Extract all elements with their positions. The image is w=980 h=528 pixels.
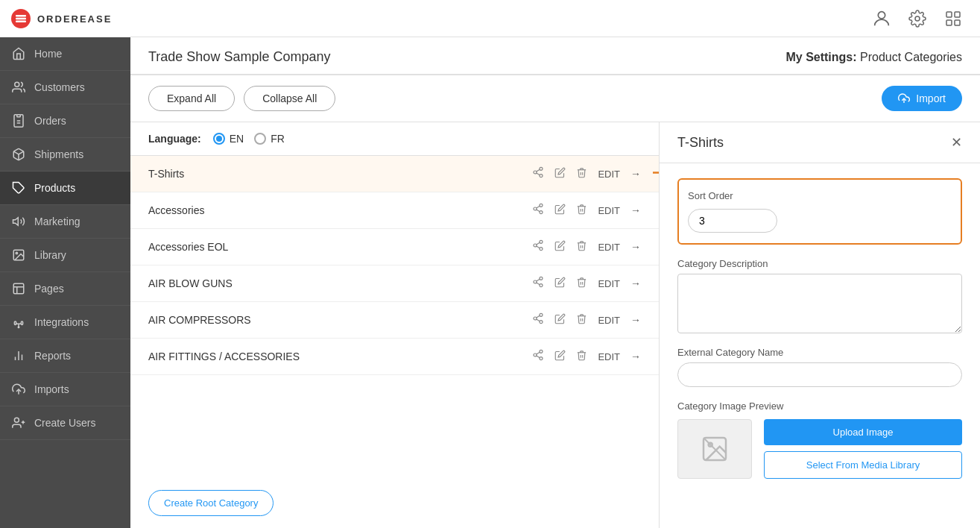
table-row[interactable]: Accessories EDIT →: [130, 192, 659, 229]
category-name: AIR FITTINGS / ACCESSORIES: [148, 351, 532, 362]
edit-pencil-icon[interactable]: [554, 240, 566, 254]
share-icon[interactable]: [532, 349, 544, 364]
svg-point-44: [540, 248, 543, 251]
radio-fr[interactable]: FR: [254, 133, 285, 145]
delete-icon[interactable]: [576, 204, 587, 218]
sidebar-item-home[interactable]: Home: [0, 37, 130, 71]
navigate-arrow[interactable]: →: [630, 277, 641, 289]
svg-line-60: [537, 356, 540, 358]
table-row[interactable]: AIR COMPRESSORS EDIT →: [130, 302, 659, 339]
sidebar-item-marketing[interactable]: Marketing: [0, 205, 130, 239]
close-button[interactable]: ✕: [951, 134, 962, 151]
sidebar-item-create-users[interactable]: Create Users: [0, 406, 130, 440]
home-icon: [12, 47, 25, 60]
category-actions: EDIT →: [532, 312, 641, 327]
table-row[interactable]: T-Shirts EDIT: [130, 156, 659, 192]
category-description-input[interactable]: [677, 274, 962, 333]
sort-order-label: Sort Order: [688, 190, 952, 201]
category-actions: EDIT →: [532, 239, 641, 254]
navigate-arrow[interactable]: →: [630, 314, 641, 326]
svg-point-42: [540, 240, 543, 243]
navigate-arrow[interactable]: →: [630, 351, 641, 362]
edit-link[interactable]: EDIT: [598, 169, 620, 180]
radio-en[interactable]: EN: [213, 133, 244, 145]
sidebar-item-integrations[interactable]: Integrations: [0, 306, 130, 339]
sidebar-label-create-users: Create Users: [34, 417, 95, 429]
external-name-input[interactable]: [677, 362, 962, 387]
collapse-all-button[interactable]: Collapse All: [244, 86, 335, 111]
edit-pencil-icon[interactable]: [554, 277, 566, 291]
share-icon[interactable]: [532, 239, 544, 254]
delete-icon[interactable]: [576, 350, 587, 364]
sidebar-label-shipments: Shipments: [34, 148, 83, 160]
edit-link[interactable]: EDIT: [598, 351, 620, 362]
select-media-button[interactable]: Select From Media Library: [764, 451, 962, 479]
sidebar-item-pages[interactable]: Pages: [0, 272, 130, 306]
edit-link[interactable]: EDIT: [598, 242, 620, 253]
svg-rect-1: [16, 15, 26, 17]
svg-point-47: [540, 277, 543, 280]
svg-line-41: [537, 206, 540, 208]
sidebar-item-library[interactable]: Library: [0, 239, 130, 272]
upload-icon: [12, 383, 25, 396]
svg-line-51: [537, 279, 540, 281]
main-split: Language: EN FR: [130, 122, 980, 528]
edit-pencil-icon[interactable]: [554, 350, 566, 364]
category-actions: EDIT →: [532, 276, 641, 291]
svg-rect-27: [955, 20, 960, 25]
sidebar-item-customers[interactable]: Customers: [0, 71, 130, 104]
navigate-arrow[interactable]: →: [630, 241, 641, 253]
share-icon[interactable]: [532, 166, 544, 181]
delete-icon[interactable]: [576, 277, 587, 291]
content-area: Trade Show Sample Company My Settings: P…: [130, 37, 980, 528]
radio-circle-en: [213, 133, 225, 145]
delete-icon[interactable]: [576, 240, 587, 254]
delete-icon[interactable]: [576, 313, 587, 327]
svg-line-40: [537, 210, 540, 212]
sidebar-label-customers: Customers: [34, 81, 85, 93]
tag-icon: [12, 181, 25, 195]
navigate-arrow[interactable]: →: [630, 204, 641, 216]
profile-icon[interactable]: [870, 7, 894, 31]
table-row[interactable]: AIR FITTINGS / ACCESSORIES EDIT →: [130, 339, 659, 375]
sidebar-item-orders[interactable]: Orders: [0, 104, 130, 138]
edit-link[interactable]: EDIT: [598, 278, 620, 289]
radio-dot-en: [216, 136, 222, 142]
svg-point-48: [534, 280, 537, 283]
import-button[interactable]: Import: [882, 86, 962, 111]
edit-link[interactable]: EDIT: [598, 315, 620, 326]
user-plus-icon: [12, 416, 25, 430]
sort-order-field: Sort Order: [677, 178, 962, 245]
settings-icon[interactable]: [905, 7, 929, 31]
share-icon[interactable]: [532, 312, 544, 327]
sidebar-label-integrations: Integrations: [34, 316, 89, 328]
logo-icon: [10, 8, 31, 29]
topbar: [130, 0, 980, 37]
edit-link[interactable]: EDIT: [598, 205, 620, 216]
sidebar-item-products[interactable]: Products: [0, 172, 130, 205]
left-panel: Language: EN FR: [130, 122, 660, 528]
expand-all-button[interactable]: Expand All: [148, 86, 235, 111]
upload-image-button[interactable]: Upload Image: [764, 419, 962, 445]
notifications-icon[interactable]: [941, 7, 965, 31]
svg-line-61: [537, 352, 540, 354]
table-row[interactable]: Accessories EOL EDIT →: [130, 229, 659, 265]
share-icon[interactable]: [532, 276, 544, 291]
create-root-button[interactable]: Create Root Category: [148, 490, 274, 516]
edit-pencil-icon[interactable]: [554, 204, 566, 218]
svg-rect-5: [17, 115, 21, 117]
share-icon[interactable]: [532, 203, 544, 218]
image-icon: [12, 248, 25, 262]
edit-pencil-icon[interactable]: [554, 313, 566, 327]
edit-pencil-icon[interactable]: [554, 167, 566, 181]
sort-order-input[interactable]: [688, 209, 777, 233]
table-row[interactable]: AIR BLOW GUNS EDIT →: [130, 265, 659, 302]
svg-point-15: [18, 327, 19, 328]
svg-point-53: [534, 317, 537, 320]
sidebar-item-reports[interactable]: Reports: [0, 339, 130, 373]
sidebar-item-shipments[interactable]: Shipments: [0, 138, 130, 172]
sidebar-item-imports[interactable]: Imports: [0, 373, 130, 406]
navigate-arrow[interactable]: →: [630, 168, 641, 180]
external-name-group: External Category Name: [677, 347, 962, 387]
delete-icon[interactable]: [576, 167, 587, 181]
